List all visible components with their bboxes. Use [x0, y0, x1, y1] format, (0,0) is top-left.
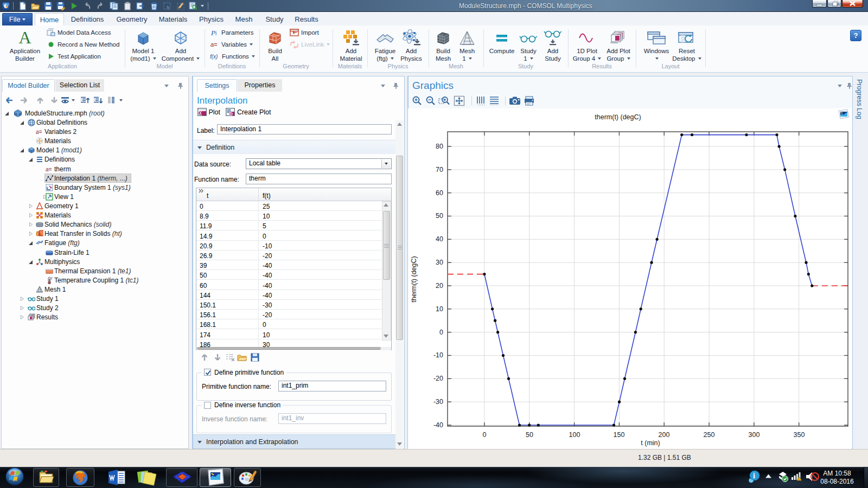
svg-text:i: i	[215, 30, 216, 36]
svg-text:P: P	[210, 29, 215, 37]
svg-text:!: !	[799, 478, 800, 481]
svg-text:a=: a=	[210, 41, 218, 48]
svg-text:f(x): f(x)	[210, 54, 218, 60]
svg-text:i: i	[753, 472, 755, 480]
svg-text:a=: a=	[46, 166, 52, 172]
svg-text:a=: a=	[36, 129, 42, 135]
